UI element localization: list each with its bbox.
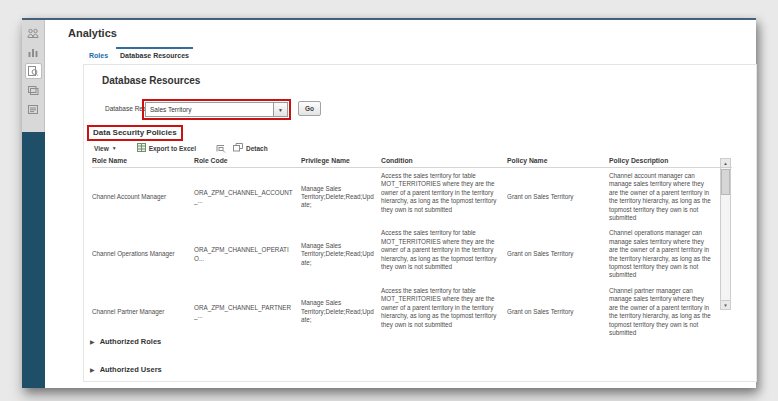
database-resource-dropdown[interactable]: Sales Territory ▼ (145, 102, 288, 117)
left-sidebar (22, 20, 45, 388)
page-title: Analytics (68, 27, 117, 39)
cell-privilege-name: Manage Sales Territory;Delete;Read;Updat… (301, 299, 381, 324)
go-button[interactable]: Go (298, 101, 321, 116)
table-row[interactable]: Channel Operations Manager ORA_ZPM_CHANN… (92, 225, 732, 282)
bar-chart-icon[interactable] (25, 44, 42, 60)
authorized-roles-label: Authorized Roles (100, 337, 162, 346)
cell-role-name: Channel Partner Manager (92, 308, 194, 316)
authorized-users-label: Authorized Users (100, 365, 162, 374)
authorized-users-section[interactable]: ▶ Authorized Users (90, 365, 162, 374)
scroll-down-icon[interactable]: ▼ (721, 300, 730, 309)
caret-down-icon: ▼ (112, 145, 117, 151)
cell-privilege-name: Manage Sales Territory;Delete;Read;Updat… (301, 242, 381, 267)
view-menu-label: View (94, 145, 109, 152)
column-header-role-name[interactable]: Role Name (92, 157, 194, 164)
report-search-icon[interactable] (25, 63, 42, 79)
section-title: Database Resources (102, 75, 200, 86)
cell-role-name: Channel Account Manager (92, 193, 194, 201)
query-by-example-button[interactable] (216, 144, 226, 153)
cell-condition: Access the sales territory for table MOT… (381, 172, 507, 222)
cell-policy-name: Grant on Sales Territory (507, 193, 609, 201)
cell-privilege-name: Manage Sales Territory;Delete;Read;Updat… (301, 185, 381, 210)
export-to-excel-label: Export to Excel (149, 145, 196, 152)
sidebar-icon-tray (22, 20, 45, 132)
detach-label: Detach (246, 145, 268, 152)
annotation-box-dropdown: Sales Territory ▼ (142, 99, 291, 120)
policies-toolbar: View ▼ Export to Excel Detach (94, 141, 268, 155)
export-to-excel-button[interactable]: Export to Excel (137, 143, 196, 153)
tab-bar: Roles Database Resources (89, 47, 189, 65)
tab-database-resources[interactable]: Database Resources (120, 47, 189, 65)
resource-filter-row: Database Resource Sales Territory ▼ Go (84, 99, 756, 121)
cell-role-code: ORA_ZPM_CHANNEL_OPERATIO... (194, 246, 301, 263)
column-header-role-code[interactable]: Role Code (194, 157, 301, 164)
pages-icon[interactable] (25, 82, 42, 98)
detach-button[interactable]: Detach (233, 143, 268, 153)
column-header-privilege-name[interactable]: Privilege Name (301, 157, 381, 164)
query-by-example-icon (216, 144, 226, 153)
form-list-icon[interactable] (25, 101, 42, 117)
table-row[interactable]: Channel Partner Manager ORA_ZPM_CHANNEL_… (92, 283, 732, 340)
table-header-row: Role Name Role Code Privilege Name Condi… (92, 157, 732, 168)
tab-roles[interactable]: Roles (89, 47, 108, 65)
expand-triangle-icon: ▶ (90, 366, 95, 373)
cell-policy-description: Channel partner manager can manage sales… (609, 287, 718, 337)
analytics-window: Analytics Roles Database Resources Datab… (22, 18, 756, 388)
table-row[interactable]: Channel Account Manager ORA_ZPM_CHANNEL_… (92, 168, 732, 225)
main-content: Analytics Roles Database Resources Datab… (45, 20, 756, 388)
scrollbar-thumb[interactable] (721, 169, 730, 195)
authorized-roles-section[interactable]: ▶ Authorized Roles (90, 337, 161, 346)
cell-role-name: Channel Operations Manager (92, 250, 194, 258)
excel-grid-icon (137, 143, 146, 153)
dropdown-selected-value: Sales Territory (146, 106, 273, 113)
cell-role-code: ORA_ZPM_CHANNEL_ACCOUNT_... (194, 189, 301, 206)
cell-policy-description: Channel account manager can manage sales… (609, 172, 718, 222)
column-header-policy-description[interactable]: Policy Description (609, 157, 718, 164)
scroll-up-icon[interactable]: ▲ (721, 159, 730, 168)
sidebar-background (22, 132, 45, 388)
cell-condition: Access the sales territory for table MOT… (381, 229, 507, 279)
table-scrollbar[interactable]: ▲ ▼ (720, 158, 731, 310)
cell-role-code: ORA_ZPM_CHANNEL_PARTNER_... (194, 304, 301, 321)
view-menu-button[interactable]: View ▼ (94, 145, 117, 152)
column-header-condition[interactable]: Condition (381, 157, 507, 164)
people-icon[interactable] (25, 25, 42, 41)
cell-condition: Access the sales territory for table MOT… (381, 287, 507, 337)
expand-triangle-icon: ▶ (90, 338, 95, 345)
annotation-box-policies-title: Data Security Policies (87, 121, 183, 141)
cell-policy-description: Channel operations manager can manage sa… (609, 229, 718, 279)
policies-table: Role Name Role Code Privilege Name Condi… (92, 157, 732, 340)
policies-section-title: Data Security Policies (87, 125, 183, 141)
column-header-policy-name[interactable]: Policy Name (507, 157, 609, 164)
cell-policy-name: Grant on Sales Territory (507, 308, 609, 316)
database-resources-panel: Database Resources Database Resource Sal… (83, 64, 757, 382)
cell-policy-name: Grant on Sales Territory (507, 250, 609, 258)
detach-window-icon (233, 143, 243, 153)
chevron-down-icon[interactable]: ▼ (273, 103, 287, 116)
